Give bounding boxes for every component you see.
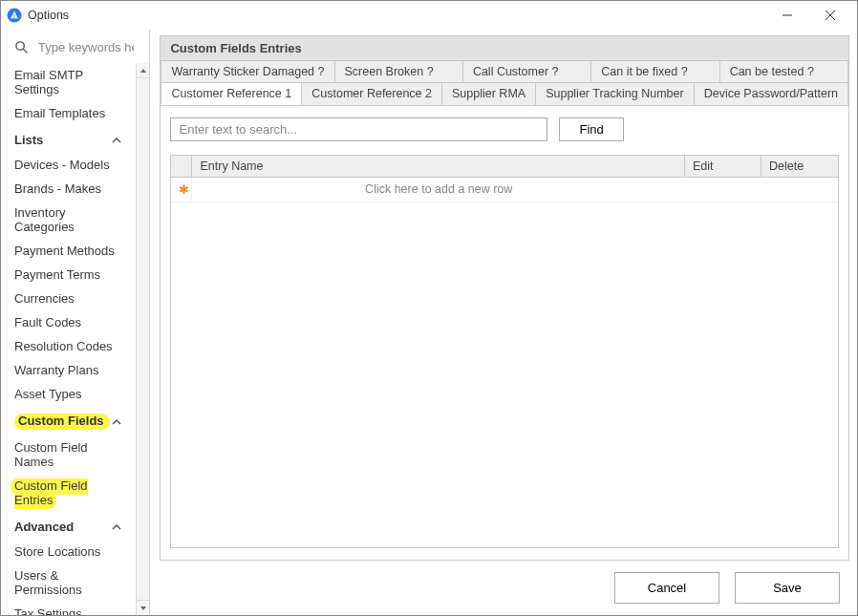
search-icon [14, 40, 29, 54]
custom-fields-entries-panel: Custom Fields Entries Warranty Sticker D… [160, 35, 849, 561]
grid-header-delete[interactable]: Delete [761, 156, 838, 177]
grid-search-bar: Find [170, 117, 839, 141]
new-row-indicator-icon: ✱ [171, 178, 192, 202]
sidebar-item-currencies[interactable]: Currencies [1, 287, 136, 310]
close-button[interactable] [808, 1, 851, 30]
sidebar-item-warranty-plans[interactable]: Warranty Plans [1, 358, 136, 382]
scroll-up-button[interactable] [137, 63, 150, 78]
chevron-up-icon [111, 135, 122, 146]
tab-customer-reference-2[interactable]: Customer Reference 2 [302, 83, 442, 105]
sidebar-search[interactable] [1, 30, 149, 63]
cancel-button[interactable]: Cancel [614, 572, 719, 604]
new-row-delete-cell [761, 178, 838, 202]
svg-point-0 [8, 9, 22, 23]
sidebar-item-inventory-categories[interactable]: Inventory Categories [1, 201, 136, 239]
new-row-hint[interactable]: Click here to add a new row [192, 178, 685, 202]
sidebar-item-email-templates[interactable]: Email Templates [1, 101, 136, 125]
sidebar-search-input[interactable] [36, 39, 136, 55]
window-title: Options [28, 9, 69, 22]
sidebar-group-label: Lists [14, 133, 111, 147]
sidebar-item-payment-terms[interactable]: Payment Terms [1, 263, 136, 287]
grid-header-edit[interactable]: Edit [685, 156, 761, 177]
sidebar-item-tax-settings[interactable]: Tax Settings [1, 602, 136, 615]
tabs-row-top: Warranty Sticker Damaged ? Screen Broken… [161, 61, 848, 83]
new-row-edit-cell [685, 178, 761, 202]
tab-customer-reference-1[interactable]: Customer Reference 1 [161, 83, 302, 105]
scroll-track[interactable] [137, 78, 150, 600]
options-sidebar: Email SMTP Settings Email Templates List… [1, 30, 150, 615]
main-content: Custom Fields Entries Warranty Sticker D… [150, 30, 857, 615]
tab-device-password-pattern[interactable]: Device Password/Pattern [695, 83, 848, 105]
dialog-footer: Cancel Save [160, 561, 849, 615]
sidebar-item-custom-field-entries[interactable]: Custom Field Entries [1, 474, 136, 512]
find-button[interactable]: Find [559, 117, 623, 141]
chevron-up-icon [111, 521, 122, 533]
tab-call-customer[interactable]: Call Customer ? [463, 61, 591, 83]
scroll-down-button[interactable] [137, 600, 150, 615]
grid-header: Entry Name Edit Delete [171, 156, 838, 178]
save-button[interactable]: Save [735, 572, 840, 604]
sidebar-group-lists[interactable]: Lists [1, 125, 136, 153]
tabs-row-bottom: Customer Reference 1 Customer Reference … [161, 83, 848, 106]
sidebar-group-advanced[interactable]: Advanced [1, 512, 136, 540]
chevron-up-icon [111, 416, 122, 428]
tab-can-be-tested[interactable]: Can be tested ? [720, 61, 848, 83]
sidebar-item-users-permissions[interactable]: Users & Permissions [1, 563, 136, 602]
panel-header: Custom Fields Entries [161, 36, 848, 61]
sidebar-item-brands-makes[interactable]: Brands - Makes [1, 177, 136, 201]
sidebar-item-store-locations[interactable]: Store Locations [1, 540, 136, 563]
tab-warranty-sticker-damaged[interactable]: Warranty Sticker Damaged ? [161, 61, 334, 83]
sidebar-item-fault-codes[interactable]: Fault Codes [1, 310, 136, 334]
grid-header-corner [171, 156, 192, 177]
sidebar-group-label: Advanced [14, 520, 111, 534]
sidebar-item-custom-field-names[interactable]: Custom Field Names [1, 435, 136, 474]
sidebar-item-asset-types[interactable]: Asset Types [1, 382, 136, 406]
sidebar-item-resolution-codes[interactable]: Resolution Codes [1, 334, 136, 358]
app-icon [7, 8, 22, 23]
sidebar-item-payment-methods[interactable]: Payment Methods [1, 239, 136, 263]
tab-supplier-tracking-number[interactable]: Supplier Tracking Number [536, 83, 695, 105]
sidebar-group-label: Custom Fields [14, 414, 110, 430]
entries-grid: Entry Name Edit Delete ✱ Click here to a… [170, 155, 839, 548]
grid-search-input[interactable] [170, 117, 547, 141]
grid-new-row[interactable]: ✱ Click here to add a new row [171, 178, 838, 202]
minimize-button[interactable] [765, 1, 808, 30]
titlebar: Options [1, 1, 857, 30]
sidebar-group-custom-fields[interactable]: Custom Fields [1, 406, 136, 435]
tab-screen-broken[interactable]: Screen Broken ? [335, 61, 463, 83]
sidebar-scrollbar[interactable] [136, 63, 150, 615]
panel-body: Find Entry Name Edit Delete ✱ Clic [161, 106, 848, 560]
sidebar-content: Email SMTP Settings Email Templates List… [1, 63, 136, 615]
grid-header-entry-name[interactable]: Entry Name [192, 156, 685, 177]
tab-can-it-be-fixed[interactable]: Can it be fixed ? [591, 61, 719, 83]
sidebar-item-email-smtp[interactable]: Email SMTP Settings [1, 63, 136, 101]
sidebar-item-devices-models[interactable]: Devices - Models [1, 153, 136, 177]
options-window: Options Email SMTP Settings Email Templa [0, 0, 858, 616]
grid-body: ✱ Click here to add a new row [171, 178, 838, 547]
tab-supplier-rma[interactable]: Supplier RMA [442, 83, 536, 105]
